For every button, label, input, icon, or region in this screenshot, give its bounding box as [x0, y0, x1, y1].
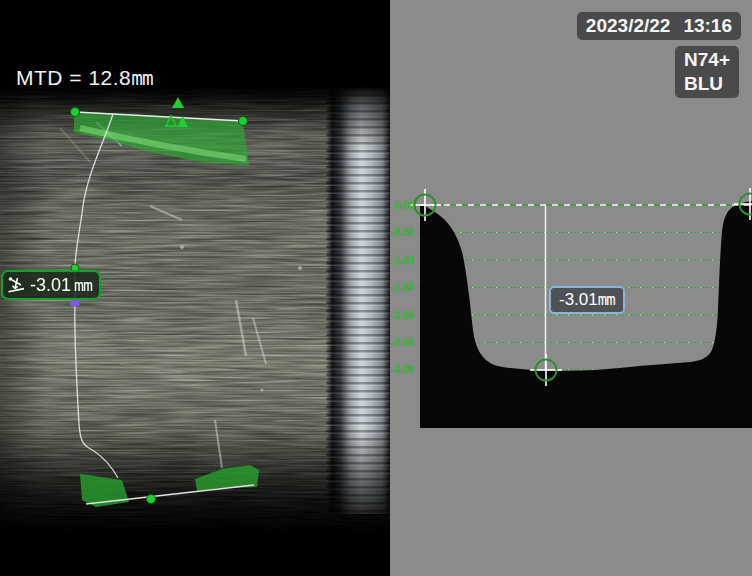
chart-depth-unit: mm	[598, 290, 615, 309]
depth-measurement-label[interactable]: -3.01mm	[1, 270, 101, 300]
defect-region-bottom-right	[195, 465, 259, 491]
chart-depth-label[interactable]: -3.01mm	[549, 286, 625, 314]
cursor-point-top-right[interactable]	[239, 117, 248, 126]
date-text: 2023/2/22	[586, 15, 671, 37]
axis-tick--1.00: -1.00	[391, 255, 414, 266]
probe-tip: BLU	[684, 72, 730, 96]
datetime-badge: 2023/2/22 13:16	[577, 12, 741, 40]
axis-tick--2.50: -2.50	[391, 337, 414, 348]
mtd-readout: MTD = 12.8mm	[16, 66, 153, 90]
cursor-point-top-left[interactable]	[71, 108, 80, 117]
camera-view: MTD = 12.8mm -3.01mm	[0, 0, 390, 576]
depth-measure-icon	[7, 276, 27, 294]
mtd-value: 12.8	[88, 66, 131, 89]
axis-tick--0.50: -0.50	[391, 227, 414, 238]
axis-tick--2.00: -2.00	[391, 310, 414, 321]
time-text: 13:16	[683, 15, 732, 37]
axis-tick--1.50: -1.50	[391, 282, 414, 293]
cursor-marker-triangle[interactable]	[172, 97, 184, 108]
depth-cursor-handle[interactable]	[71, 300, 80, 307]
mtd-prefix: MTD =	[16, 66, 88, 89]
depth-profile-panel: 0.00 -0.50 -1.00 -1.50 -2.00 -2.50 -3.00…	[390, 0, 752, 576]
depth-unit: mm	[74, 276, 92, 295]
probe-info-badge: N74+ BLU	[675, 46, 739, 98]
axis-tick--3.00: -3.00	[391, 364, 414, 375]
mtd-unit: mm	[131, 67, 152, 90]
chart-depth-value: -3.01	[559, 290, 598, 309]
depth-value: -3.01	[30, 275, 71, 296]
cursor-point-bottom[interactable]	[147, 495, 156, 504]
measurement-screen: MTD = 12.8mm -3.01mm	[0, 0, 752, 576]
probe-model: N74+	[684, 48, 730, 72]
axis-tick-0.00: 0.00	[395, 200, 414, 211]
